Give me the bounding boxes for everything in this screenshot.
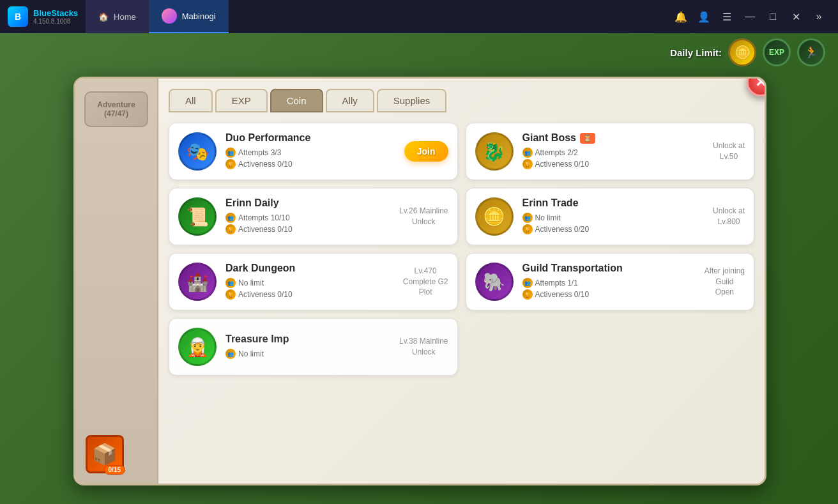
activity-card-erinn-daily: 📜 Erinn Daily 👥 Attempts 10/10 🏆 Activen…: [169, 188, 458, 245]
mabinogi-label: Mabinogi: [182, 11, 216, 21]
attempts-icon4: 👥: [522, 213, 533, 223]
erinn-daily-title: Erinn Daily: [225, 197, 390, 209]
giant-boss-unlock: Unlock atLv.50: [713, 141, 745, 162]
sidebar: Adventure (47/47): [75, 79, 158, 484]
activeness-icon: 🏆: [225, 159, 236, 169]
adventure-label: Adventure: [96, 100, 137, 109]
erinn-trade-activeness: 🏆 Activeness 0/20: [522, 224, 704, 234]
content-area: All EXP Coin Ally Supplies 🎭 Duo Perform…: [158, 79, 765, 484]
duo-performance-title: Duo Performance: [225, 132, 395, 144]
tab-coin[interactable]: Coin: [270, 89, 323, 112]
duo-join-button[interactable]: Join: [404, 141, 448, 162]
guild-transportation-icon: 🐘: [475, 263, 514, 301]
activeness-icon4: 🏆: [522, 224, 533, 234]
guild-transportation-title: Guild Transportation: [522, 263, 696, 274]
daily-limit-label: Daily Limit:: [670, 47, 722, 58]
duo-performance-icon: 🎭: [178, 132, 217, 171]
tab-exp[interactable]: EXP: [215, 89, 268, 112]
daily-exp-icon[interactable]: EXP: [763, 38, 791, 66]
treasure-imp-title: Treasure Imp: [225, 333, 390, 345]
notification-icon[interactable]: 🔔: [672, 8, 690, 26]
activity-card-guild-transportation: 🐘 Guild Transportation 👥 Attempts 1/1 🏆 …: [466, 253, 755, 310]
activity-card-dark-dungeon: 🏰 Dark Dungeon 👥 No limit 🏆 Activeness 0…: [169, 253, 458, 310]
activeness-icon6: 🏆: [522, 289, 533, 300]
activity-card-duo-performance: 🎭 Duo Performance 👥 Attempts 3/3 🏆 Activ…: [169, 123, 458, 180]
sidebar-item-adventure[interactable]: Adventure (47/47): [84, 91, 148, 127]
erinn-trade-attempts: 👥 No limit: [522, 213, 704, 223]
home-icon: 🏠: [98, 12, 109, 22]
attempts-icon2: 👥: [522, 148, 533, 158]
activeness-icon5: 🏆: [225, 289, 236, 300]
erinn-trade-title: Erinn Trade: [522, 197, 704, 209]
bs-brand: BlueStacks 4.150.8.1008: [33, 8, 78, 25]
mabinogi-icon: [162, 8, 177, 24]
attempts-icon5: 👥: [225, 278, 236, 288]
dark-dungeon-activeness: 🏆 Activeness 0/10: [225, 289, 394, 300]
activeness-icon3: 🏆: [225, 224, 236, 234]
dark-dungeon-info: Dark Dungeon 👥 No limit 🏆 Activeness 0/1…: [225, 263, 394, 301]
tab-mabinogi[interactable]: Mabinogi: [149, 0, 229, 33]
dark-dungeon-unlock: Lv.470Complete G2Plot: [403, 266, 448, 298]
duo-performance-info: Duo Performance 👥 Attempts 3/3 🏆 Activen…: [225, 132, 395, 171]
dark-dungeon-attempts: 👥 No limit: [225, 278, 394, 288]
erinn-daily-unlock: Lv.26 MainlineUnlock: [399, 206, 448, 227]
erinn-daily-attempts: 👥 Attempts 10/10: [225, 213, 390, 223]
erinn-daily-info: Erinn Daily 👥 Attempts 10/10 🏆 Activenes…: [225, 197, 390, 236]
guild-transportation-unlock: After joiningGuildOpen: [705, 266, 745, 298]
giant-activeness: 🏆 Activeness 0/10: [522, 159, 704, 169]
tab-ally[interactable]: Ally: [326, 89, 374, 112]
topbar-controls: 🔔 👤 ☰ — □ ✕ »: [672, 8, 838, 26]
dark-dungeon-icon: 🏰: [178, 263, 217, 301]
tab-home[interactable]: 🏠 Home: [86, 0, 149, 33]
bs-icon: B: [8, 6, 28, 27]
adventure-count: (47/47): [96, 109, 137, 118]
daily-run-icon[interactable]: 🏃: [797, 38, 825, 66]
daily-coin-icon[interactable]: 🪙: [728, 38, 756, 66]
more-icon[interactable]: »: [810, 8, 828, 26]
bs-version: 4.150.8.1008: [33, 18, 78, 25]
activity-grid: 🎭 Duo Performance 👥 Attempts 3/3 🏆 Activ…: [169, 123, 754, 376]
giant-boss-icon: 🐉: [475, 132, 514, 171]
minimize-button[interactable]: —: [741, 8, 759, 26]
bs-title: BlueStacks: [33, 8, 78, 18]
erinn-trade-info: Erinn Trade 👥 No limit 🏆 Activeness 0/20: [522, 197, 704, 236]
erinn-daily-icon: 📜: [178, 197, 217, 236]
main-panel: ✕ Adventure (47/47) All EXP Coin Ally Su…: [73, 77, 766, 485]
close-window-button[interactable]: ✕: [787, 8, 805, 26]
treasure-imp-attempts: 👥 No limit: [225, 349, 390, 359]
erinn-trade-unlock: Unlock atLv.800: [713, 206, 745, 227]
attempts-icon: 👥: [225, 148, 236, 158]
maximize-button[interactable]: □: [764, 8, 782, 26]
treasure-imp-info: Treasure Imp 👥 No limit: [225, 333, 390, 360]
attempts-icon7: 👥: [225, 349, 236, 359]
tab-all[interactable]: All: [169, 89, 213, 112]
dark-dungeon-title: Dark Dungeon: [225, 263, 394, 274]
topbar: B BlueStacks 4.150.8.1008 🏠 Home Mabinog…: [0, 0, 838, 33]
giant-attempts: 👥 Attempts 2/2: [522, 148, 704, 158]
erinn-trade-icon: 🪙: [475, 197, 514, 236]
giant-boss-badge: ⏳: [580, 133, 595, 144]
guild-attempts: 👥 Attempts 1/1: [522, 278, 696, 288]
giant-boss-title: Giant Boss ⏳: [522, 132, 704, 144]
account-icon[interactable]: 👤: [695, 8, 713, 26]
bottom-treasure-area: 📦 0/15: [86, 435, 124, 473]
tab-bar: All EXP Coin Ally Supplies: [169, 89, 754, 112]
treasure-box-container: 📦 0/15: [86, 435, 124, 473]
attempts-icon3: 👥: [225, 213, 236, 223]
activity-card-treasure-imp: 🧝 Treasure Imp 👥 No limit Lv.38 Mainline…: [169, 318, 458, 376]
tab-supplies[interactable]: Supplies: [377, 89, 447, 112]
giant-boss-info: Giant Boss ⏳ 👥 Attempts 2/2 🏆 Activeness…: [522, 132, 704, 171]
treasure-count: 0/15: [104, 465, 125, 475]
guild-activeness: 🏆 Activeness 0/10: [522, 289, 696, 300]
activity-card-erinn-trade: 🪙 Erinn Trade 👥 No limit 🏆 Activeness 0/…: [466, 188, 755, 245]
attempts-icon6: 👥: [522, 278, 533, 288]
duo-activeness: 🏆 Activeness 0/10: [225, 159, 395, 169]
erinn-daily-activeness: 🏆 Activeness 0/10: [225, 224, 390, 234]
duo-attempts: 👥 Attempts 3/3: [225, 148, 395, 158]
activity-card-giant-boss: 🐉 Giant Boss ⏳ 👥 Attempts 2/2 🏆 Activene…: [466, 123, 755, 180]
treasure-imp-unlock: Lv.38 MainlineUnlock: [399, 336, 448, 358]
menu-icon[interactable]: ☰: [718, 8, 736, 26]
bluestacks-logo: B BlueStacks 4.150.8.1008: [0, 6, 86, 27]
treasure-imp-icon: 🧝: [178, 328, 217, 366]
home-label: Home: [114, 12, 136, 22]
